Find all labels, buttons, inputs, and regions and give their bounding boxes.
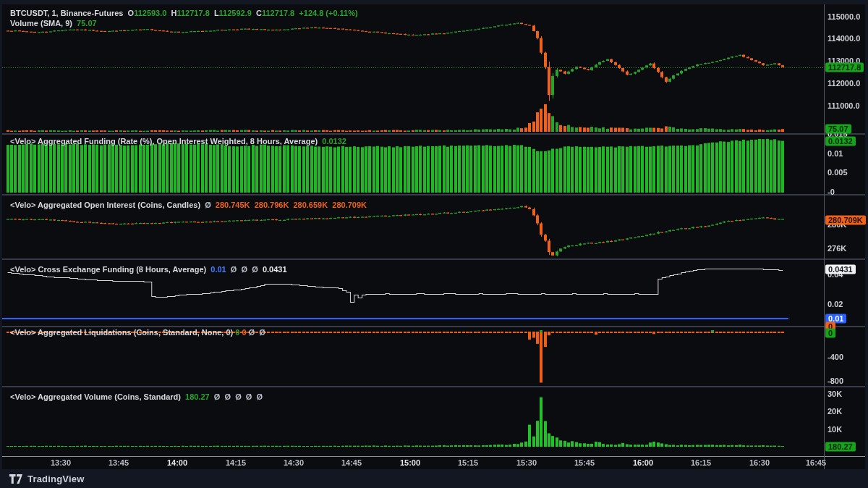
green-price-badge: 180.27 [825, 442, 856, 452]
price-scale-label[interactable]: 112000.0 [827, 79, 860, 88]
legend-part: 280.745K 280.796K 280.659K 280.709K [216, 201, 367, 209]
legend-part: +124.8 (+0.11%) [299, 9, 357, 17]
price-scale-label[interactable]: 0.005 [827, 168, 848, 177]
funding-legend[interactable]: <Velo> Aggregated Funding (Rate (%), Ope… [10, 137, 346, 146]
white-price-badge: 0.0431 [825, 265, 856, 274]
legend-part: 0.01 [210, 265, 231, 274]
legend-part: <Velo> Aggregated Volume (Coins, Standar… [10, 392, 185, 401]
time-axis-label[interactable]: 14:45 [341, 458, 362, 467]
legend-part: 112717.8 [176, 9, 213, 17]
price-scale-label[interactable]: 20K [827, 407, 842, 416]
time-axis-label[interactable]: 15:15 [458, 458, 478, 467]
time-axis-label[interactable]: 14:00 [167, 458, 187, 467]
legend-part: 75.07 [77, 19, 97, 28]
legend-part: 180.27 [185, 392, 214, 401]
legend-part: 0 [242, 328, 249, 337]
legend-part: Ø Ø Ø Ø Ø [214, 392, 263, 401]
volume-legend[interactable]: Volume (SMA, 9) 75.07 [10, 19, 97, 28]
price-scale-label[interactable]: -800 [827, 376, 843, 385]
legend-part: Ø Ø Ø [231, 265, 263, 274]
legend-part: Ø [205, 201, 216, 209]
legend-part: 0 [235, 328, 242, 337]
legend-part: O [128, 9, 135, 17]
price-scale-label[interactable]: 115000.0 [827, 12, 860, 21]
price-scale-label[interactable]: 10K [827, 425, 842, 434]
time-axis-label[interactable]: 15:45 [574, 458, 595, 467]
legend-part: 0.0132 [322, 137, 346, 146]
price-scale-label[interactable]: -400 [827, 353, 843, 361]
price-legend[interactable]: BTCUSDT, 1, Binance-Futures O112593.0 H1… [10, 9, 358, 18]
legend-part: L [214, 9, 219, 17]
time-axis-label[interactable]: 16:30 [749, 458, 770, 467]
price-scale-label[interactable]: 111000.0 [827, 101, 860, 110]
cross-funding-legend[interactable]: <Velo> Cross Exchange Funding (8 Hours, … [10, 265, 287, 274]
liquidations-legend[interactable]: <Velo> Aggregated Liquidations (Coins, S… [10, 328, 265, 337]
legend-part: Volume (SMA, 9) [10, 19, 77, 28]
footer-bar: TradingView [0, 469, 868, 488]
legend-part: 112592.9 [219, 9, 256, 17]
legend-part: <Velo> Aggregated Funding (Rate (%), Ope… [10, 137, 322, 146]
price-scale-label[interactable]: 30K [827, 390, 842, 398]
tradingview-logo-icon[interactable] [9, 474, 22, 484]
time-axis-label[interactable]: 14:30 [284, 458, 304, 467]
tradingview-chart-window: BTCUSDT, 1, Binance-Futures O112593.0 H1… [0, 0, 868, 488]
legend-part: <Velo> Cross Exchange Funding (8 Hours, … [10, 265, 210, 274]
legend-part: <Velo> Aggregated Liquidations (Coins, S… [10, 328, 235, 337]
open-interest-legend[interactable]: <Velo> Aggregated Open Interest (Coins, … [10, 201, 367, 210]
green-price-badge: 0 [825, 329, 835, 338]
time-axis-label[interactable]: 13:45 [109, 458, 129, 467]
legend-part: 112593.0 [134, 9, 171, 17]
time-axis-label[interactable]: 16:00 [633, 458, 653, 467]
price-scale-label[interactable]: -0 [827, 188, 835, 196]
legend-part: BTCUSDT, 1, Binance-Futures [10, 9, 128, 17]
orange-price-badge: 280.709K [825, 216, 866, 225]
green-price-badge: 112717.8 [825, 63, 864, 72]
green-price-badge: 0.0132 [825, 137, 856, 146]
green-price-badge: 75.07 [825, 125, 851, 134]
legend-part: C [256, 9, 262, 17]
time-axis-label[interactable]: 16:15 [691, 458, 711, 467]
price-scale-label[interactable]: 114000.0 [827, 34, 860, 43]
time-axis-label[interactable]: 15:00 [400, 458, 420, 467]
price-scale-label[interactable]: 0.01 [827, 149, 843, 158]
time-axis-label[interactable]: 15:30 [516, 458, 537, 467]
time-axis-label[interactable]: 14:15 [226, 458, 246, 467]
agg-volume-legend[interactable]: <Velo> Aggregated Volume (Coins, Standar… [10, 392, 263, 402]
legend-part: 112717.8 [262, 9, 299, 17]
legend-part: Ø Ø [249, 328, 265, 337]
legend-part: 0.0431 [263, 265, 287, 274]
time-axis-label[interactable]: 13:30 [51, 458, 71, 467]
price-scale-label[interactable]: 276K [827, 244, 846, 253]
time-axis-label[interactable]: 16:45 [806, 458, 826, 467]
tradingview-logo-text[interactable]: TradingView [27, 474, 85, 484]
price-scale-label[interactable]: 0.02 [827, 300, 843, 308]
legend-part: <Velo> Aggregated Open Interest (Coins, … [10, 201, 205, 209]
